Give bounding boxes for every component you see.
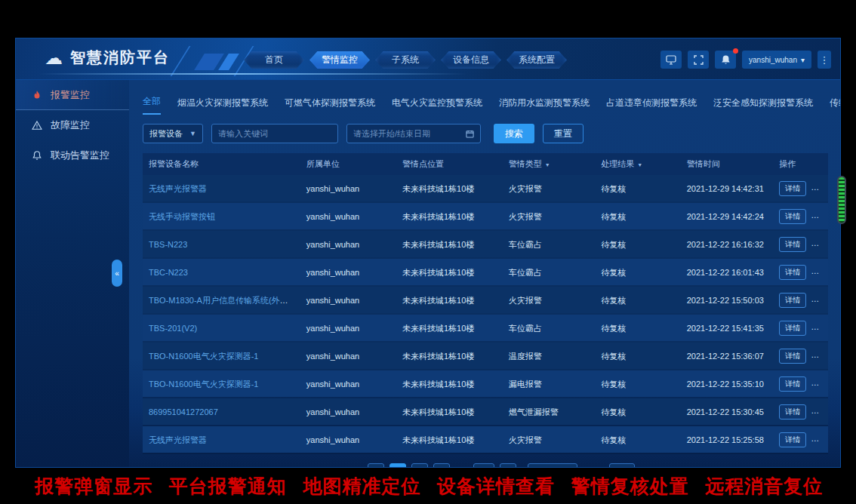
- cell-location: 未来科技城1栋10楼: [396, 258, 503, 286]
- detail-button[interactable]: 详情: [779, 376, 806, 392]
- cell-unit: yanshi_wuhan: [300, 342, 396, 370]
- system-tabs: 全部烟温火灾探测报警系统可燃气体探测报警系统电气火灾监控预警系统消防用水监测预警…: [143, 95, 828, 115]
- column-header-label: 处理结果: [601, 159, 634, 168]
- keyword-input[interactable]: [211, 124, 338, 143]
- detail-button[interactable]: 详情: [779, 321, 806, 336]
- more-menu-button[interactable]: ⋮: [818, 51, 831, 69]
- monitor-button[interactable]: [660, 51, 682, 69]
- detail-button[interactable]: 详情: [779, 181, 806, 196]
- device-name-link[interactable]: 无线声光报警器: [149, 184, 207, 193]
- user-menu[interactable]: yanshi_wuhan ▾: [742, 51, 811, 69]
- search-button[interactable]: 搜索: [494, 124, 534, 143]
- column-header-label: 警情时间: [687, 159, 720, 168]
- linkage-alert-icon: [31, 150, 43, 161]
- cloud-logo-icon: ☁: [45, 49, 63, 67]
- tab-0[interactable]: 全部: [143, 95, 161, 115]
- cell-unit: yanshi_wuhan: [300, 370, 396, 398]
- header: ☁ 智慧消防平台 首页警情监控子系统设备信息系统配置: [16, 38, 840, 80]
- device-name-link[interactable]: TBC-N223: [149, 268, 188, 277]
- cell-time: 2021-12-29 14:42:31: [681, 175, 774, 202]
- cell-type: 车位霸占: [503, 314, 596, 342]
- cell-device: 无线声光报警器: [143, 175, 300, 202]
- device-name-link[interactable]: TBS-201(V2): [149, 324, 197, 333]
- footer-label-2: 地图精准定位: [303, 474, 420, 499]
- detail-button[interactable]: 详情: [779, 404, 806, 419]
- cell-unit: yanshi_wuhan: [300, 202, 396, 230]
- sidebar-item-1[interactable]: 故障监控: [16, 110, 129, 140]
- cell-location: 未来科技城1栋10楼: [396, 230, 503, 258]
- cell-unit: yanshi_wuhan: [300, 426, 396, 453]
- cell-location: 未来科技城1栋10楼: [396, 202, 503, 230]
- cell-location: 未来科技城1栋10楼: [396, 342, 503, 370]
- main-nav: 首页警情监控子系统设备信息系统配置: [244, 51, 567, 69]
- alarm-table-body: 无线声光报警器yanshi_wuhan未来科技城1栋10楼火灾报警待复核2021…: [143, 175, 828, 453]
- nav-button-3[interactable]: 设备信息: [441, 51, 501, 69]
- column-header-2: 警情点位置: [396, 153, 503, 175]
- nav-button-1[interactable]: 警情监控: [309, 51, 370, 69]
- tab-2[interactable]: 可燃气体探测报警系统: [285, 97, 375, 115]
- device-name-link[interactable]: TBO-N1600电气火灾探测器-1: [149, 352, 258, 361]
- scrollbar-thumb[interactable]: [837, 176, 846, 224]
- cell-device: TBS-N223: [143, 230, 300, 258]
- filter-icon[interactable]: ▼: [637, 162, 642, 167]
- nav-button-2[interactable]: 子系统: [375, 51, 436, 69]
- device-name-link[interactable]: TBS-N223: [149, 240, 187, 249]
- tab-4[interactable]: 消防用水监测预警系统: [499, 97, 590, 115]
- date-range-input[interactable]: 请选择开始/结束日期: [346, 124, 481, 143]
- filter-icon[interactable]: ▼: [545, 162, 550, 167]
- nav-button-0[interactable]: 首页: [244, 51, 304, 69]
- cell-time: 2021-12-22 15:50:03: [681, 286, 774, 314]
- device-name-link[interactable]: 无线声光报警器: [149, 435, 207, 444]
- table-row: TBS-201(V2)yanshi_wuhan未来科技城1栋10楼车位霸占待复核…: [143, 314, 828, 342]
- cell-actions: 详情复核: [773, 370, 828, 398]
- cell-location: 未来科技城1栋10楼: [396, 286, 503, 314]
- tab-6[interactable]: 泛安全感知探测报警系统: [713, 97, 813, 115]
- tab-7[interactable]: 传统消防接入报警系统: [830, 97, 841, 115]
- sidebar-item-0[interactable]: 报警监控: [16, 80, 129, 110]
- cell-result: 待复核: [595, 258, 681, 286]
- kebab-icon: ⋮: [820, 54, 830, 66]
- detail-button[interactable]: 详情: [779, 209, 806, 224]
- cell-result: 待复核: [595, 314, 681, 342]
- table-row: 无线声光报警器yanshi_wuhan未来科技城1栋10楼火灾报警待复核2021…: [143, 175, 828, 202]
- device-name-link[interactable]: TBO-N1600电气火灾探测器-1: [149, 380, 258, 389]
- fullscreen-button[interactable]: [688, 51, 709, 69]
- cell-unit: yanshi_wuhan: [300, 175, 396, 202]
- notification-button[interactable]: [715, 51, 736, 69]
- tab-5[interactable]: 占道违章侦测报警系统: [606, 97, 697, 115]
- column-header-1: 所属单位: [300, 153, 396, 175]
- detail-button[interactable]: 详情: [779, 432, 806, 447]
- column-header-3: 警情类型▼: [503, 153, 596, 175]
- tab-1[interactable]: 烟温火灾探测报警系统: [177, 97, 268, 115]
- cell-time: 2021-12-22 15:35:10: [681, 370, 774, 398]
- column-header-label: 操作: [779, 159, 796, 168]
- detail-button[interactable]: 详情: [779, 265, 806, 280]
- detail-button[interactable]: 详情: [779, 349, 806, 364]
- detail-button[interactable]: 详情: [779, 237, 806, 252]
- cell-device: TBO-M1830-A用户信息传输系统(外部化): [143, 286, 300, 314]
- cell-location: 未来科技城1栋10楼: [396, 426, 503, 453]
- tab-3[interactable]: 电气火灾监控预警系统: [392, 97, 482, 115]
- cell-type: 火灾报警: [503, 175, 596, 202]
- sidebar-item-2[interactable]: 联动告警监控: [16, 140, 129, 171]
- reset-button[interactable]: 重置: [543, 124, 583, 143]
- cell-type: 火灾报警: [503, 426, 596, 453]
- cell-unit: yanshi_wuhan: [300, 398, 396, 426]
- footer-label-0: 报警弹窗显示: [35, 474, 152, 499]
- table-row: TBO-N1600电气火灾探测器-1yanshi_wuhan未来科技城1栋10楼…: [143, 342, 828, 370]
- column-header-0: 报警设备名称: [143, 153, 300, 175]
- logo: ☁ 智慧消防平台: [45, 48, 170, 68]
- cell-device: TBC-N223: [143, 258, 300, 286]
- device-name-link[interactable]: TBO-M1830-A用户信息传输系统(外部化): [149, 296, 299, 305]
- device-name-link[interactable]: 无线手动报警按钮: [149, 212, 215, 221]
- column-header-label: 报警设备名称: [149, 159, 199, 168]
- app-window: ☁ 智慧消防平台 首页警情监控子系统设备信息系统配置: [15, 38, 841, 468]
- cell-unit: yanshi_wuhan: [300, 314, 396, 342]
- sidebar-collapse-button[interactable]: «: [112, 260, 122, 287]
- alarm-type-select[interactable]: 报警设备 ▼: [143, 124, 203, 143]
- cell-result: 待复核: [595, 342, 681, 370]
- cell-result: 待复核: [595, 426, 681, 453]
- device-name-link[interactable]: 869951041272067: [149, 407, 218, 416]
- detail-button[interactable]: 详情: [779, 293, 806, 308]
- nav-button-4[interactable]: 系统配置: [507, 51, 567, 69]
